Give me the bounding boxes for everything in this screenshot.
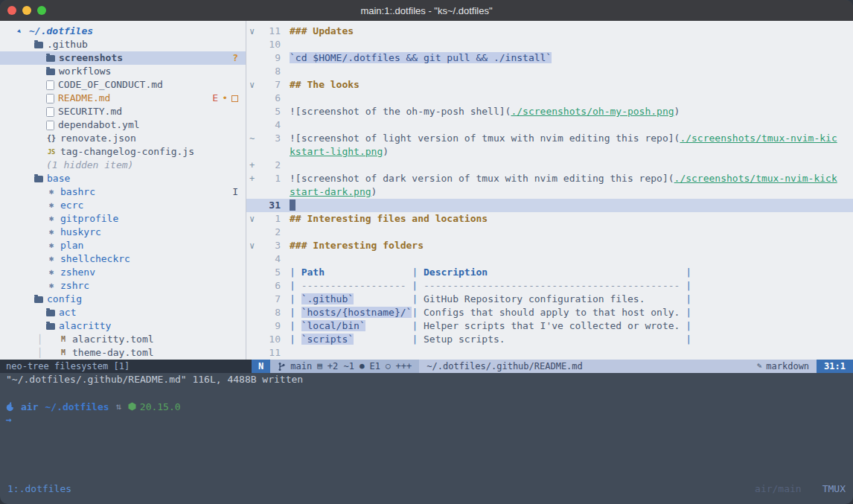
editor-line[interactable]: 10| `scripts` | Setup scripts. | — [246, 333, 853, 346]
line-text: ### Interesting folders — [290, 239, 424, 252]
text-segment: | — [686, 320, 691, 331]
tree-item-security-md[interactable]: SECURITY.md — [0, 105, 246, 118]
editor-line[interactable]: ∨11### Updates — [246, 25, 853, 38]
line-number: 4 — [261, 252, 281, 266]
git-branch-name: main — [290, 360, 312, 373]
text-segment: ### Interesting folders — [290, 240, 424, 251]
tree-item-1-hidden-item[interactable]: (1 hidden item) — [0, 159, 246, 172]
text-segment: Path — [301, 267, 325, 278]
editor-line[interactable]: ∨1## Interesting files and locations — [246, 212, 853, 226]
text-segment: ) — [371, 186, 377, 197]
line-number: 5 — [261, 266, 281, 279]
line-text: ![screenshot of light version of tmux wi… — [290, 132, 837, 145]
tree-item-label: gitprofile — [60, 212, 118, 226]
tree-item-ecrc[interactable]: ✱ecrc — [0, 199, 246, 212]
tree-item-label: zshenv — [60, 266, 95, 279]
editor-line[interactable]: 11 — [246, 346, 853, 360]
fold-sign: ∨ — [246, 239, 261, 252]
tree-item-badges: ? — [232, 51, 246, 65]
tree-item-act[interactable]: act — [0, 306, 246, 319]
node-segment: 20.15.0 — [128, 401, 181, 412]
text-segment: ./screenshots/oh-my-posh.png — [511, 106, 674, 117]
editor-line[interactable]: 9`cd $HOME/.dotfiles && git pull && ./in… — [246, 51, 853, 65]
editor-line[interactable]: ∨3### Interesting folders — [246, 239, 853, 252]
editor-line[interactable]: 6 — [246, 92, 853, 105]
tree-item-code-of-conduct-md[interactable]: CODE_OF_CONDUCT.md — [0, 78, 246, 92]
tree-item-bashrc[interactable]: ✱bashrcI — [0, 185, 246, 199]
toml-icon: M — [58, 346, 68, 360]
line-number: 11 — [261, 346, 281, 360]
tree-item-zshenv[interactable]: ✱zshenv — [0, 266, 246, 279]
editor-line[interactable]: 31 — [246, 199, 853, 212]
editor-line[interactable]: +2 — [246, 159, 853, 172]
tree-item-readme-md[interactable]: README.mdE• — [0, 92, 246, 105]
editor-line[interactable]: 6| ------------------ | ----------------… — [246, 279, 853, 293]
text-segment: GitHub Repository configuration files. — [424, 293, 686, 304]
tree-item-screenshots[interactable]: screenshots? — [0, 51, 246, 65]
tree-item-dotfiles[interactable]: ▸~/.dotfiles — [0, 25, 246, 38]
prompt-path: ~/.dotfiles — [45, 401, 109, 412]
editor-line[interactable]: 4 — [246, 118, 853, 132]
tree-item-shellcheckrc[interactable]: ✱shellcheckrc — [0, 252, 246, 266]
line-number: 6 — [261, 279, 281, 293]
star-icon: ✱ — [46, 199, 57, 212]
text-segment — [325, 267, 412, 278]
fold-sign — [246, 279, 261, 293]
line-number: 8 — [261, 65, 281, 78]
editor-line[interactable]: 7| `.github` | GitHub Repository configu… — [246, 293, 853, 306]
line-number: 3 — [261, 239, 281, 252]
editor-line[interactable]: 4 — [246, 252, 853, 266]
editor-line[interactable]: 10 — [246, 38, 853, 51]
text-segment: | — [290, 293, 301, 304]
tree-item-renovate-json[interactable]: {}renovate.json — [0, 132, 246, 145]
status-badge-square — [231, 95, 238, 102]
editor-line[interactable]: 8| `hosts/{hostname}/`| Configs that sho… — [246, 306, 853, 319]
tmux-label: TMUX — [822, 483, 846, 494]
line-number: 7 — [261, 78, 281, 92]
text-segment: | — [290, 267, 301, 278]
editor-line[interactable]: 9| `local/bin` | Helper scripts that I'v… — [246, 319, 853, 333]
tree-item-zshrc[interactable]: ✱zshrc — [0, 279, 246, 293]
tree-item-tag-changelog-config-js[interactable]: JStag-changelog-config.js — [0, 145, 246, 159]
editor-line[interactable]: +1![screenshot of dark version of tmux w… — [246, 172, 853, 185]
tree-item-base[interactable]: base — [0, 172, 246, 185]
tree-item-dependabot-yml[interactable]: dependabot.yml — [0, 118, 246, 132]
tree-item-gitprofile[interactable]: ✱gitprofile — [0, 212, 246, 226]
tree-item-plan[interactable]: ✱plan — [0, 239, 246, 252]
tmux-window-item[interactable]: 1:.dotfiles — [7, 483, 71, 494]
fold-sign: ∨ — [246, 25, 261, 38]
tree-item-theme-day-toml[interactable]: │Mtheme-day.toml — [0, 346, 246, 360]
tree-item-alacritty-toml[interactable]: │Malacritty.toml — [0, 333, 246, 346]
filetype-name: markdown — [766, 360, 809, 373]
tree-item-badges: I — [232, 185, 246, 199]
fold-sign: ∨ — [246, 78, 261, 92]
tree-item-alacritty[interactable]: alacritty — [0, 319, 246, 333]
fold-sign — [246, 145, 261, 159]
line-number: 6 — [261, 92, 281, 105]
tree-item-config[interactable]: config — [0, 293, 246, 306]
braces-icon: {} — [46, 132, 57, 145]
cursor-block — [290, 200, 295, 211]
editor-line[interactable]: 8 — [246, 65, 853, 78]
editor-line[interactable]: ~3![screenshot of light version of tmux … — [246, 132, 853, 145]
status-extra: +++ — [396, 360, 412, 373]
tree-item-github[interactable]: .github — [0, 38, 246, 51]
star-icon: ✱ — [46, 226, 57, 239]
editor-lines: ∨11### Updates109`cd $HOME/.dotfiles && … — [246, 25, 853, 360]
fold-sign: + — [246, 172, 261, 185]
editor-line[interactable]: 5| Path | Description | — [246, 266, 853, 279]
blank-line — [0, 386, 853, 400]
editor-line[interactable]: kstart-light.png) — [246, 145, 853, 159]
editor-line[interactable]: 2 — [246, 226, 853, 239]
tree-item-huskyrc[interactable]: ✱huskyrc — [0, 226, 246, 239]
editor-line[interactable]: 5![screenshot of the oh-my-posh shell](.… — [246, 105, 853, 118]
tree-item-workflows[interactable]: workflows — [0, 65, 246, 78]
editor-line[interactable]: ∨7## The looks — [246, 78, 853, 92]
text-segment: ## Interesting files and locations — [290, 213, 488, 224]
folder-icon — [46, 68, 55, 75]
editor-line[interactable]: start-dark.png) — [246, 185, 853, 199]
text-segment: ) — [674, 106, 680, 117]
node-icon — [128, 402, 136, 411]
fold-sign — [246, 105, 261, 118]
line-number: 9 — [261, 319, 281, 333]
